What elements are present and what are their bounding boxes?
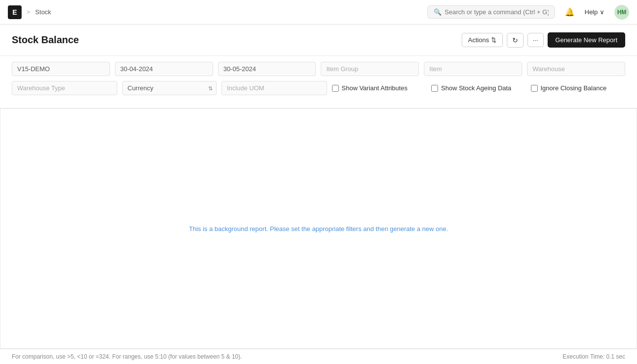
footer-hint: For comparison, use >5, <10 or =324. For…	[12, 353, 242, 360]
show-variant-checkbox[interactable]	[332, 85, 339, 92]
currency-filter-wrapper: Currency	[122, 81, 217, 95]
avatar[interactable]: HM	[614, 5, 629, 20]
warehouse-filter[interactable]	[527, 62, 625, 76]
warehouse-type-filter[interactable]	[12, 81, 117, 95]
breadcrumb-separator: >	[27, 8, 30, 16]
filter-row-1	[12, 62, 625, 76]
show-ageing-group: Show Stock Ageing Data	[431, 84, 526, 92]
execution-time: Execution Time: 0.1 sec	[563, 353, 625, 360]
help-chevron-icon: ∨	[600, 8, 605, 16]
footer: For comparison, use >5, <10 or =324. For…	[0, 349, 637, 364]
show-variant-group: Show Variant Attributes	[332, 84, 427, 92]
search-icon: 🔍	[434, 8, 442, 16]
help-label: Help	[584, 8, 598, 16]
ignore-closing-checkbox[interactable]	[531, 85, 538, 92]
refresh-icon: ↻	[512, 36, 518, 44]
actions-label: Actions	[468, 36, 489, 44]
refresh-button[interactable]: ↻	[507, 33, 524, 48]
report-content-area: This is a background report. Please set …	[0, 108, 637, 349]
show-ageing-label[interactable]: Show Stock Ageing Data	[441, 84, 511, 92]
search-input[interactable]	[444, 8, 549, 16]
page-header: Stock Balance Actions ⇅ ↻ ··· Generate N…	[0, 25, 637, 56]
topnav: E > Stock 🔍 🔔 Help ∨ HM	[0, 0, 637, 25]
date-to-filter[interactable]	[218, 62, 316, 76]
topnav-actions: 🔔 Help ∨ HM	[565, 5, 629, 20]
breadcrumb-stock[interactable]: Stock	[35, 8, 52, 16]
header-actions: Actions ⇅ ↻ ··· Generate New Report	[462, 32, 625, 48]
generate-report-button[interactable]: Generate New Report	[548, 32, 625, 48]
date-from-filter[interactable]	[115, 62, 213, 76]
show-ageing-checkbox[interactable]	[431, 85, 438, 92]
ignore-closing-group: Ignore Closing Balance	[531, 84, 626, 92]
help-menu[interactable]: Help ∨	[581, 6, 609, 18]
notifications-bell-icon[interactable]: 🔔	[565, 7, 575, 17]
ignore-closing-label[interactable]: Ignore Closing Balance	[541, 84, 607, 92]
item-filter[interactable]	[424, 62, 522, 76]
main-content: Stock Balance Actions ⇅ ↻ ··· Generate N…	[0, 25, 637, 364]
actions-button[interactable]: Actions ⇅	[462, 33, 503, 47]
empty-report-message: This is a background report. Please set …	[189, 225, 448, 233]
include-uom-filter[interactable]	[222, 81, 327, 95]
currency-filter[interactable]: Currency	[122, 81, 217, 95]
more-options-button[interactable]: ···	[527, 33, 544, 47]
company-filter[interactable]	[12, 62, 110, 76]
show-variant-label[interactable]: Show Variant Attributes	[342, 84, 408, 92]
filters-area: Currency Show Variant Attributes Show St…	[0, 56, 637, 108]
filter-row-2: Currency Show Variant Attributes Show St…	[12, 81, 625, 95]
page-title: Stock Balance	[12, 34, 79, 46]
app-logo[interactable]: E	[8, 5, 22, 19]
item-group-filter[interactable]	[321, 62, 419, 76]
actions-chevron-icon: ⇅	[491, 36, 497, 44]
more-icon: ···	[533, 36, 538, 44]
search-bar[interactable]: 🔍	[427, 5, 555, 19]
